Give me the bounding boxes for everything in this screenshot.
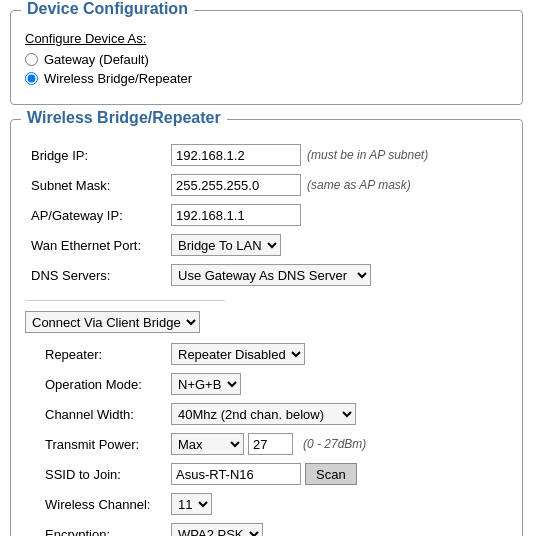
encryption-select[interactable]: WPA2 PSK WPA PSK WEP None: [171, 523, 263, 536]
dns-row: DNS Servers: Use Gateway As DNS Server M…: [25, 260, 508, 290]
repeater-label: Repeater:: [25, 339, 165, 369]
wan-eth-select[interactable]: Bridge To LAN WAN Port: [171, 234, 281, 256]
operation-mode-select[interactable]: N+G+B N Only G Only: [171, 373, 241, 395]
operation-mode-row: Operation Mode: N+G+B N Only G Only: [25, 369, 508, 399]
encryption-field: WPA2 PSK WPA PSK WEP None: [165, 519, 508, 536]
wireless-channel-row: Wireless Channel: 11 1234 5678 9101213: [25, 489, 508, 519]
subnet-mask-field: (same as AP mask): [165, 170, 508, 200]
subnet-mask-row: Subnet Mask: (same as AP mask): [25, 170, 508, 200]
transmit-power-row: Transmit Power: Max High Medium Low (0 -…: [25, 429, 508, 459]
dns-label: DNS Servers:: [25, 260, 165, 290]
bridge-option-row: Wireless Bridge/Repeater: [25, 71, 508, 86]
encryption-row: Encryption: WPA2 PSK WPA PSK WEP None: [25, 519, 508, 536]
wireless-channel-field: 11 1234 5678 9101213: [165, 489, 508, 519]
bridge-ip-field: (must be in AP subnet): [165, 140, 508, 170]
wireless-channel-label: Wireless Channel:: [25, 489, 165, 519]
wireless-bridge-section: Wireless Bridge/Repeater Bridge IP: (mus…: [10, 119, 523, 536]
ssid-row: SSID to Join: Scan: [25, 459, 508, 489]
bridge-label[interactable]: Wireless Bridge/Repeater: [44, 71, 192, 86]
ap-gateway-field: [165, 200, 508, 230]
bridge-ip-hint: (must be in AP subnet): [307, 148, 428, 162]
wireless-channel-select[interactable]: 11 1234 5678 9101213: [171, 493, 212, 515]
scan-button[interactable]: Scan: [305, 463, 357, 485]
ssid-field: Scan: [165, 459, 508, 489]
device-config-title: Device Configuration: [21, 0, 194, 18]
divider: [25, 300, 225, 301]
ssid-label: SSID to Join:: [25, 459, 165, 489]
repeater-field: Repeater Disabled Repeater Enabled: [165, 339, 508, 369]
gateway-label[interactable]: Gateway (Default): [44, 52, 149, 67]
dns-select[interactable]: Use Gateway As DNS Server Manual: [171, 264, 371, 286]
channel-width-select[interactable]: 40Mhz (2nd chan. below) 20Mhz 40Mhz (2nd…: [171, 403, 356, 425]
connect-via-select[interactable]: Connect Via Client Bridge Connect Via WD…: [25, 311, 200, 333]
channel-width-field: 40Mhz (2nd chan. below) 20Mhz 40Mhz (2nd…: [165, 399, 508, 429]
subnet-mask-input[interactable]: [171, 174, 301, 196]
bridge-ip-input[interactable]: [171, 144, 301, 166]
repeater-row: Repeater: Repeater Disabled Repeater Ena…: [25, 339, 508, 369]
wan-eth-label: Wan Ethernet Port:: [25, 230, 165, 260]
transmit-power-label: Transmit Power:: [25, 429, 165, 459]
bridge-radio[interactable]: [25, 72, 38, 85]
dns-field: Use Gateway As DNS Server Manual: [165, 260, 508, 290]
bridge-ip-label: Bridge IP:: [25, 140, 165, 170]
repeater-select[interactable]: Repeater Disabled Repeater Enabled: [171, 343, 305, 365]
ap-gateway-row: AP/Gateway IP:: [25, 200, 508, 230]
transmit-power-select[interactable]: Max High Medium Low: [171, 433, 244, 455]
bridge-form-table: Bridge IP: (must be in AP subnet) Subnet…: [25, 140, 508, 290]
operation-mode-label: Operation Mode:: [25, 369, 165, 399]
gateway-option-row: Gateway (Default): [25, 52, 508, 67]
wan-eth-field: Bridge To LAN WAN Port: [165, 230, 508, 260]
ssid-input[interactable]: [171, 463, 301, 485]
repeater-form-table: Repeater: Repeater Disabled Repeater Ena…: [25, 339, 508, 536]
wireless-bridge-title: Wireless Bridge/Repeater: [21, 109, 227, 127]
encryption-label: Encryption:: [25, 519, 165, 536]
connect-via-row: Connect Via Client Bridge Connect Via WD…: [25, 311, 508, 333]
transmit-power-input[interactable]: [248, 433, 293, 455]
transmit-power-field: Max High Medium Low (0 - 27dBm): [165, 429, 508, 459]
gateway-radio[interactable]: [25, 53, 38, 66]
operation-mode-field: N+G+B N Only G Only: [165, 369, 508, 399]
configure-label: Configure Device As:: [25, 31, 508, 46]
transmit-power-range: (0 - 27dBm): [303, 437, 366, 451]
subnet-mask-hint: (same as AP mask): [307, 178, 411, 192]
subnet-mask-label: Subnet Mask:: [25, 170, 165, 200]
ap-gateway-input[interactable]: [171, 204, 301, 226]
ap-gateway-label: AP/Gateway IP:: [25, 200, 165, 230]
channel-width-row: Channel Width: 40Mhz (2nd chan. below) 2…: [25, 399, 508, 429]
channel-width-label: Channel Width:: [25, 399, 165, 429]
wan-eth-row: Wan Ethernet Port: Bridge To LAN WAN Por…: [25, 230, 508, 260]
bridge-ip-row: Bridge IP: (must be in AP subnet): [25, 140, 508, 170]
device-config-section: Device Configuration Configure Device As…: [10, 10, 523, 105]
